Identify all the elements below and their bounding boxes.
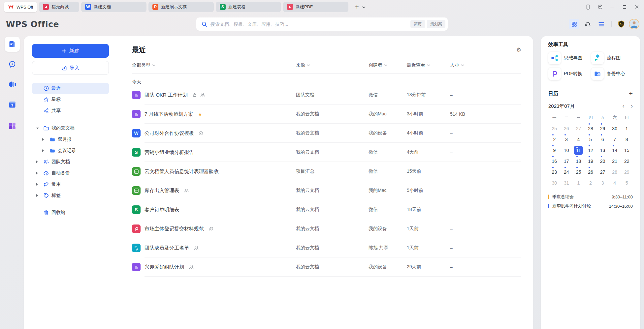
rail-calendar[interactable]: 7 bbox=[5, 97, 20, 112]
calendar-day[interactable]: 6 bbox=[596, 134, 609, 145]
sidebar-item-team-docs[interactable]: 团队文档 bbox=[32, 156, 109, 167]
tab-wps-office[interactable]: WPS Office bbox=[4, 2, 37, 12]
calendar-day[interactable]: 28 bbox=[609, 166, 621, 177]
calendar-day[interactable]: 8 bbox=[621, 134, 633, 145]
file-row[interactable]: 兴趣爱好组队计划 我的云文档 我的设备 29天前 – bbox=[132, 257, 521, 277]
import-button[interactable]: 导入 bbox=[32, 61, 109, 75]
calendar-day[interactable]: 4 bbox=[609, 177, 621, 188]
calendar-day[interactable]: 29 bbox=[621, 166, 633, 177]
tool-pdf-convert[interactable]: PDF转换 bbox=[548, 68, 590, 80]
calendar-day[interactable]: 29 bbox=[596, 123, 609, 134]
tab-list-chevron-icon[interactable] bbox=[362, 6, 366, 8]
file-row[interactable]: 团队成员及分工名单 我的云文档 陈旭 共享 1天前 – bbox=[132, 238, 521, 257]
tab-new-presentation[interactable]: P 新建演示文稿 bbox=[148, 2, 214, 12]
calendar-day[interactable]: 21 bbox=[609, 156, 621, 166]
user-avatar[interactable] bbox=[629, 19, 639, 29]
maximize-button[interactable] bbox=[618, 0, 630, 14]
sidebar-item-tags[interactable]: 标签 bbox=[32, 190, 109, 201]
calendar-day[interactable]: 13 bbox=[596, 145, 609, 156]
calendar-day[interactable]: 1 bbox=[621, 123, 633, 134]
filter-source[interactable]: 来源 bbox=[296, 62, 369, 68]
filter-creator[interactable]: 创建者 bbox=[369, 62, 407, 68]
tab-new-document[interactable]: W 新建文档 bbox=[81, 2, 146, 12]
expand-caret-icon[interactable] bbox=[36, 183, 38, 186]
calendar-day[interactable]: 24 bbox=[561, 166, 573, 177]
calendar-day[interactable]: 15 bbox=[621, 145, 633, 156]
file-row[interactable]: 7 月线下活动策划方案 ★ 我的云文档 我的Mac 3小时前 514 KB bbox=[132, 105, 521, 124]
member-badge-icon[interactable]: S bbox=[617, 19, 626, 29]
support-headset-icon[interactable] bbox=[582, 19, 593, 29]
expand-caret-icon[interactable] bbox=[42, 138, 44, 141]
calendar-day-selected[interactable]: 11 bbox=[572, 145, 585, 156]
calendar-day[interactable]: 5 bbox=[585, 134, 597, 145]
calendar-day[interactable]: 10 bbox=[561, 145, 573, 156]
calendar-day[interactable]: 12 bbox=[585, 145, 597, 156]
close-button[interactable] bbox=[630, 0, 643, 14]
calendar-day[interactable]: 19 bbox=[585, 156, 597, 166]
sidebar-item-recent[interactable]: 最近 bbox=[32, 83, 109, 94]
grid-view-icon[interactable] bbox=[569, 19, 579, 29]
tool-backup-center[interactable]: 备份中心 bbox=[591, 68, 633, 80]
sidebar-item-shared[interactable]: 共享 bbox=[32, 105, 109, 116]
file-row[interactable]: 库存出入管理表 我的云文档 我的Mac 5小时前 – bbox=[132, 181, 521, 200]
calendar-day[interactable]: 7 bbox=[609, 134, 621, 145]
sidebar-item-frequent[interactable]: 常用 bbox=[32, 179, 109, 190]
calendar-day[interactable]: 20 bbox=[596, 156, 609, 166]
sidebar-item-starred[interactable]: 星标 bbox=[32, 94, 109, 105]
rail-meetings[interactable] bbox=[5, 77, 20, 92]
menu-lines-icon[interactable] bbox=[596, 19, 606, 29]
calendar-day[interactable]: 25 bbox=[548, 123, 561, 134]
calendar-day[interactable]: 18 bbox=[572, 156, 585, 166]
calendar-day[interactable]: 22 bbox=[621, 156, 633, 166]
calendar-day[interactable]: 5 bbox=[621, 177, 633, 188]
file-row[interactable]: 市场主体登记提交材料规范 我的云文档 我的设备 1天前 – bbox=[132, 219, 521, 238]
tool-flowchart[interactable]: 流程图 bbox=[591, 52, 633, 64]
mobile-sync-icon[interactable] bbox=[582, 0, 594, 14]
new-button[interactable]: 新建 bbox=[32, 44, 109, 58]
file-row[interactable]: 团队 OKR 工作计划 团队文档 微信 13分钟前 – bbox=[132, 85, 521, 105]
rail-messages[interactable] bbox=[5, 57, 20, 72]
sidebar-item-bimonthly-report[interactable]: 双月报 bbox=[32, 134, 109, 145]
calendar-day[interactable]: 4 bbox=[572, 134, 585, 145]
calendar-day[interactable]: 9 bbox=[548, 145, 561, 156]
workspace-cube-icon[interactable] bbox=[594, 0, 606, 14]
calendar-day[interactable]: 31 bbox=[561, 177, 573, 188]
search-tag-resume[interactable]: 简历 bbox=[410, 20, 425, 28]
file-row[interactable]: 云文档管人员信息统计表理器验收 项目汇总 微信 15天前 – bbox=[132, 162, 521, 181]
calendar-day[interactable]: 27 bbox=[572, 123, 585, 134]
calendar-day[interactable]: 26 bbox=[585, 166, 597, 177]
calendar-day[interactable]: 17 bbox=[561, 156, 573, 166]
sidebar-item-trash[interactable]: 回收站 bbox=[32, 207, 109, 218]
calendar-day[interactable]: 14 bbox=[609, 145, 621, 156]
expand-caret-icon[interactable] bbox=[36, 161, 38, 163]
calendar-next-icon[interactable]: › bbox=[631, 103, 633, 109]
calendar-day[interactable]: 3 bbox=[596, 177, 609, 188]
calendar-day[interactable]: 30 bbox=[609, 123, 621, 134]
search-bar[interactable]: 简历 策划案 bbox=[196, 17, 448, 31]
calendar-day[interactable]: 2 bbox=[585, 177, 597, 188]
calendar-day[interactable]: 30 bbox=[548, 177, 561, 188]
calendar-day[interactable]: 27 bbox=[596, 166, 609, 177]
settings-gear-icon[interactable]: ⚙ bbox=[516, 46, 521, 53]
tab-new-spreadsheet[interactable]: S 新建表格 bbox=[216, 2, 281, 12]
calendar-day[interactable]: 16 bbox=[548, 156, 561, 166]
tab-new-pdf[interactable]: 新建PDF bbox=[283, 2, 348, 12]
calendar-day[interactable]: 23 bbox=[548, 166, 561, 177]
file-row[interactable]: W 公司对外合作协议模板 我的云文档 我的设备 4小时前 – bbox=[132, 124, 521, 143]
filter-size[interactable]: 大小 bbox=[450, 62, 521, 68]
sidebar-item-my-cloud-docs[interactable]: 我的云文档 bbox=[32, 123, 109, 134]
expand-caret-icon[interactable] bbox=[42, 149, 44, 152]
calendar-day[interactable]: 3 bbox=[561, 134, 573, 145]
calendar-day[interactable]: 1 bbox=[572, 177, 585, 188]
sidebar-item-meeting-notes[interactable]: 会议记录 bbox=[32, 145, 109, 156]
file-row[interactable]: S 营销小组业绩分析报告 我的云文档 微信 4天前 – bbox=[132, 143, 521, 162]
filter-last-viewed[interactable]: 最近查看 bbox=[407, 62, 450, 68]
filter-all-types[interactable]: 全部类型 bbox=[132, 62, 296, 68]
file-row[interactable]: S 客户订单明细表 我的云文档 微信 18天前 – bbox=[132, 200, 521, 219]
rail-apps[interactable] bbox=[5, 118, 20, 134]
calendar-day[interactable]: 2 bbox=[548, 134, 561, 145]
search-tag-plan[interactable]: 策划案 bbox=[427, 20, 445, 28]
collapse-caret-icon[interactable] bbox=[36, 128, 39, 129]
rail-documents[interactable] bbox=[5, 37, 20, 52]
calendar-day[interactable]: 25 bbox=[572, 166, 585, 177]
